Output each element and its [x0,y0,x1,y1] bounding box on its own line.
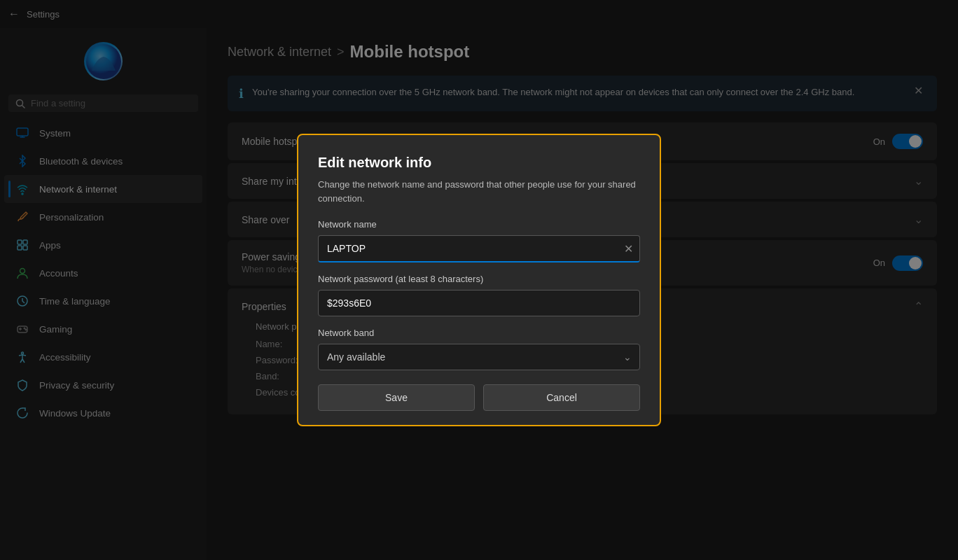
cancel-button[interactable]: Cancel [483,384,640,411]
network-name-input[interactable] [318,235,640,262]
network-password-field-wrap [318,290,640,316]
network-band-select-wrap: Any available 2.4 GHz 5 GHz ⌄ [318,344,640,370]
edit-network-dialog: Edit network info Change the network nam… [297,134,661,426]
network-name-field-wrap: ✕ [318,235,640,262]
dialog-actions: Save Cancel [318,384,640,411]
save-button[interactable]: Save [318,384,475,411]
dialog-description: Change the network name and password tha… [318,178,640,205]
network-password-input[interactable] [318,290,640,316]
network-name-label: Network name [318,219,640,230]
network-band-select[interactable]: Any available 2.4 GHz 5 GHz [318,344,640,370]
network-password-label: Network password (at least 8 characters) [318,274,640,284]
network-band-label: Network band [318,328,640,338]
dialog-title: Edit network info [318,155,640,171]
dialog-overlay: Edit network info Change the network nam… [0,0,958,560]
network-name-clear-button[interactable]: ✕ [624,244,633,255]
